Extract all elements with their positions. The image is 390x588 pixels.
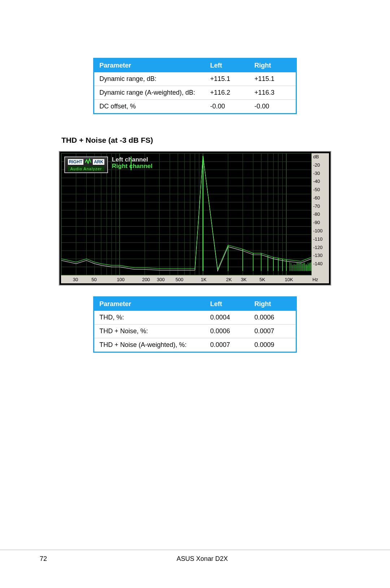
x-tick: 2K [226, 277, 232, 282]
cell-left: +116.2 [205, 86, 250, 100]
y-tick: -110 [313, 236, 328, 242]
page-footer: 72 ASUS Xonar D2X [0, 550, 390, 563]
th-right: Right [250, 59, 296, 72]
y-tick: -120 [313, 245, 328, 250]
x-axis-unit: Hz [311, 277, 328, 282]
y-tick: -40 [313, 179, 328, 184]
x-tick: 200 [142, 277, 150, 282]
y-tick: -30 [313, 171, 328, 176]
cell-left: 0.0007 [205, 338, 250, 352]
y-tick: -140 [313, 261, 328, 266]
th-left: Left [205, 297, 250, 311]
th-parameter: Parameter [94, 59, 205, 72]
y-tick: -90 [313, 220, 328, 225]
cell-param: DC offset, % [94, 100, 205, 113]
y-tick: -100 [313, 228, 328, 233]
y-tick: -70 [313, 203, 328, 209]
brand-sub: Audio Analyzer [68, 166, 104, 171]
cell-right: +116.3 [250, 86, 296, 100]
table-row: Dynamic range (A-weighted), dB: +116.2 +… [94, 86, 296, 100]
th-right: Right [250, 297, 296, 311]
cell-right: 0.0009 [250, 338, 296, 352]
analyzer-logo: RIGHT ARK Audio Analyzer [64, 156, 108, 173]
doc-title: ASUS Xonar D2X [61, 555, 343, 563]
cell-left: 0.0006 [205, 325, 250, 338]
table-row: THD + Noise (A-weighted), %: 0.0007 0.00… [94, 338, 296, 352]
cell-right: 0.0006 [250, 311, 296, 325]
x-tick: 10K [285, 277, 293, 282]
x-axis: 30501002003005001K2K3K5K10KHz [61, 275, 329, 283]
brand-wave-icon [85, 158, 91, 166]
brand-left: RIGHT [68, 159, 83, 165]
cell-param: Dynamic range (A-weighted), dB: [94, 86, 205, 100]
dynamic-range-table: Parameter Left Right Dynamic range, dB: … [93, 58, 297, 114]
cell-right: +115.1 [250, 72, 296, 86]
cell-left: -0.00 [205, 100, 250, 113]
thd-table: Parameter Left Right THD, %: 0.0004 0.00… [93, 296, 297, 353]
x-tick: 500 [176, 277, 183, 282]
cell-param: Dynamic range, dB: [94, 72, 205, 86]
table-row: THD + Noise, %: 0.0006 0.0007 [94, 325, 296, 338]
y-tick: -20 [313, 162, 328, 168]
cell-left: 0.0004 [205, 311, 250, 325]
legend-left-channel: Left channel [112, 156, 152, 163]
th-parameter: Parameter [94, 297, 205, 311]
table-row: DC offset, % -0.00 -0.00 [94, 100, 296, 113]
y-tick: -60 [313, 195, 328, 201]
cell-param: THD + Noise, %: [94, 325, 205, 338]
cell-right: 0.0007 [250, 325, 296, 338]
y-axis: dB -20-30-40-50-60-70-80-90-100-110-120-… [312, 153, 329, 275]
y-tick: -50 [313, 187, 328, 192]
x-tick: 1K [201, 277, 207, 282]
legend-right-channel: Right channel [112, 163, 152, 169]
x-tick: 30 [73, 277, 78, 282]
channel-legend: Left channel Right channel [112, 156, 152, 169]
x-tick: 300 [157, 277, 165, 282]
cell-param: THD, %: [94, 311, 205, 325]
cell-right: -0.00 [250, 100, 296, 113]
x-tick: 5K [260, 277, 265, 282]
cell-left: +115.1 [205, 72, 250, 86]
table-row: Dynamic range, dB: +115.1 +115.1 [94, 72, 296, 86]
thd-noise-chart: RIGHT ARK Audio Analyzer Left channel Ri… [59, 151, 331, 286]
y-axis-unit: dB [313, 154, 328, 159]
x-tick: 3K [241, 277, 247, 282]
section-title: THD + Noise (at -3 dB FS) [61, 136, 343, 145]
cell-param: THD + Noise (A-weighted), %: [94, 338, 205, 352]
x-tick: 100 [117, 277, 125, 282]
x-tick: 50 [91, 277, 96, 282]
table-row: THD, %: 0.0004 0.0006 [94, 311, 296, 325]
th-left: Left [205, 59, 250, 72]
y-tick: -80 [313, 211, 328, 217]
y-tick: -130 [313, 253, 328, 258]
page-number: 72 [0, 555, 61, 563]
brand-right: ARK [93, 159, 104, 165]
